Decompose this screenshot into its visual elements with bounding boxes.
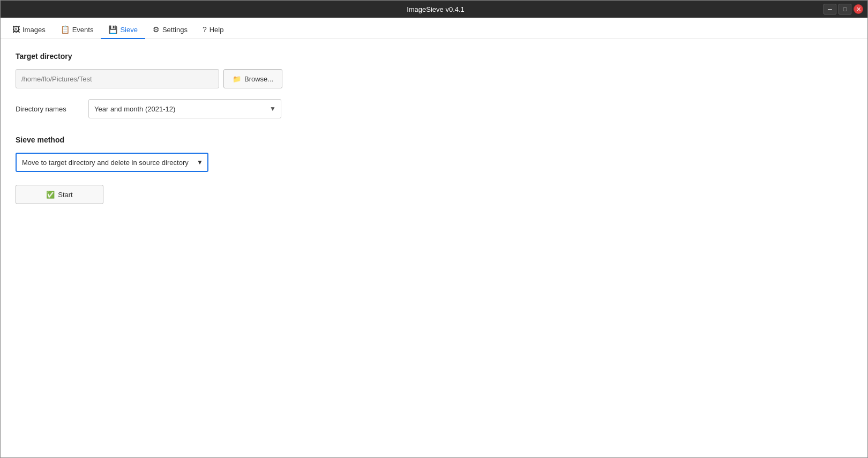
tab-images[interactable]: 🖼 Images xyxy=(5,21,53,39)
target-directory-section: Target directory 📁 Browse... Directory n… xyxy=(16,52,852,118)
main-content: Target directory 📁 Browse... Directory n… xyxy=(1,39,867,457)
window-controls: ─ □ ✕ xyxy=(824,4,863,14)
maximize-button[interactable]: □ xyxy=(839,4,851,14)
browse-icon: 📁 xyxy=(233,75,241,83)
tab-settings[interactable]: ⚙ Settings xyxy=(145,21,195,39)
start-icon: ✅ xyxy=(46,191,55,199)
start-button[interactable]: ✅ Start xyxy=(16,185,103,204)
target-directory-input[interactable] xyxy=(16,69,219,88)
events-tab-icon: 📋 xyxy=(61,25,70,34)
window-title: ImageSieve v0.4.1 xyxy=(48,5,824,13)
maximize-icon: □ xyxy=(843,6,847,12)
directory-names-select[interactable]: Year and month (2021-12) Year only (2021… xyxy=(88,99,281,118)
browse-button[interactable]: 📁 Browse... xyxy=(223,69,282,88)
title-bar: ImageSieve v0.4.1 ─ □ ✕ xyxy=(1,1,867,18)
target-dir-row: 📁 Browse... xyxy=(16,69,852,88)
close-icon: ✕ xyxy=(856,6,861,13)
start-button-label: Start xyxy=(58,191,72,199)
images-tab-icon: 🖼 xyxy=(12,25,20,34)
sieve-method-dropdown-wrapper: Move to target directory and delete in s… xyxy=(16,153,208,172)
settings-tab-icon: ⚙ xyxy=(153,25,160,34)
target-directory-title: Target directory xyxy=(16,52,852,61)
settings-tab-label: Settings xyxy=(162,26,188,34)
events-tab-label: Events xyxy=(72,26,94,34)
sieve-tab-label: Sieve xyxy=(120,26,138,34)
minimize-icon: ─ xyxy=(828,6,832,12)
help-tab-icon: ? xyxy=(203,25,207,34)
main-window: ImageSieve v0.4.1 ─ □ ✕ 🖼 Images 📋 Event… xyxy=(0,0,868,458)
browse-button-label: Browse... xyxy=(244,75,273,83)
tab-events[interactable]: 📋 Events xyxy=(53,21,101,39)
directory-names-row: Directory names Year and month (2021-12)… xyxy=(16,99,852,118)
sieve-method-section: Sieve method Move to target directory an… xyxy=(16,136,852,172)
minimize-button[interactable]: ─ xyxy=(824,4,836,14)
sieve-method-select[interactable]: Move to target directory and delete in s… xyxy=(16,153,208,172)
directory-names-label: Directory names xyxy=(16,105,80,113)
images-tab-label: Images xyxy=(23,26,46,34)
menu-bar: 🖼 Images 📋 Events 💾 Sieve ⚙ Settings ? H… xyxy=(1,18,867,39)
tab-sieve[interactable]: 💾 Sieve xyxy=(101,21,145,39)
sieve-method-title: Sieve method xyxy=(16,136,852,144)
close-button[interactable]: ✕ xyxy=(854,4,863,14)
tab-help[interactable]: ? Help xyxy=(195,21,231,39)
directory-names-dropdown-wrapper: Year and month (2021-12) Year only (2021… xyxy=(88,99,281,118)
sieve-tab-icon: 💾 xyxy=(108,25,117,34)
help-tab-label: Help xyxy=(209,26,224,34)
